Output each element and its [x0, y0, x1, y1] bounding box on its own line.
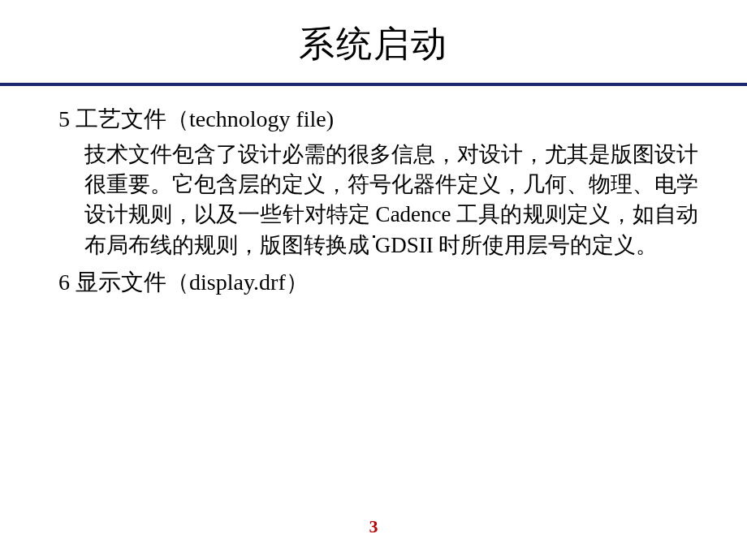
center-marker	[373, 235, 375, 238]
slide-container: 系统启动 5 工艺文件（technology file) 技术文件包含了设计必需…	[0, 0, 747, 560]
section-6-heading: 6 显示文件（display.drf）	[58, 267, 698, 298]
section-5-heading: 5 工艺文件（technology file)	[58, 104, 698, 135]
section-5-body: 技术文件包含了设计必需的很多信息，对设计，尤其是版图设计很重要。它包含层的定义，…	[58, 140, 698, 261]
page-number: 3	[0, 516, 747, 537]
slide-content: 5 工艺文件（technology file) 技术文件包含了设计必需的很多信息…	[0, 86, 747, 298]
slide-title: 系统启动	[0, 20, 747, 68]
